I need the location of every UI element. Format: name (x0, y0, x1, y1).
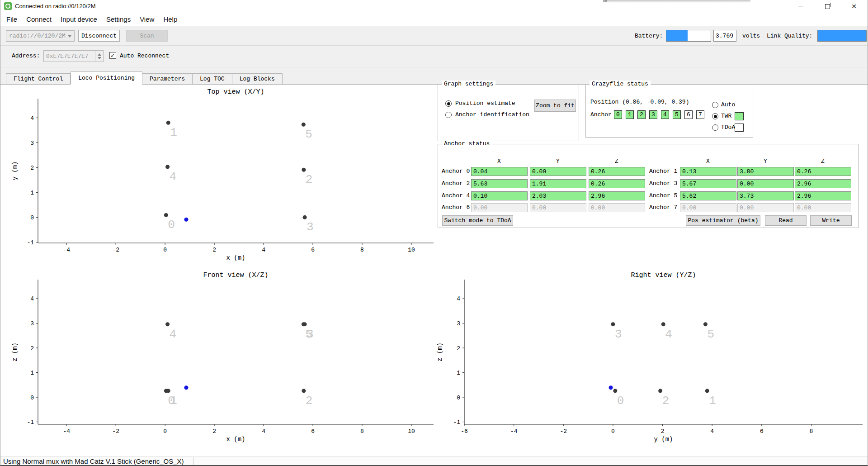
anchor-1-z-field[interactable]: 0.26 (795, 167, 851, 176)
anchor-2-y-field[interactable]: 1.91 (530, 179, 586, 188)
svg-text:-1: -1 (27, 239, 34, 246)
tab-flight-control[interactable]: Flight Control (6, 73, 71, 85)
svg-text:1: 1 (170, 126, 177, 139)
anchor-0-x-field[interactable]: 0.04 (471, 167, 528, 176)
anchor-3-x-field[interactable]: 5.67 (680, 179, 736, 188)
minimize-button[interactable] (790, 0, 811, 12)
svg-text:1: 1 (170, 394, 177, 408)
svg-text:y (m): y (m) (11, 161, 19, 180)
menu-item-connect[interactable]: Connect (22, 12, 56, 26)
svg-text:4: 4 (170, 328, 177, 341)
svg-text:0: 0 (30, 395, 34, 401)
menu-item-file[interactable]: File (2, 12, 22, 26)
svg-text:5: 5 (707, 328, 714, 341)
anchor-3-z-field[interactable]: 2.96 (795, 179, 851, 188)
address-input[interactable]: 0xE7E7E7E7E7 (43, 50, 104, 62)
auto-reconnect-checkbox[interactable]: ✓ (109, 52, 116, 59)
svg-text:x (m): x (m) (226, 254, 245, 262)
menu-item-help[interactable]: Help (159, 12, 182, 26)
anchor-5-z-field[interactable]: 2.96 (795, 191, 851, 200)
anchor-0-y-field[interactable]: 0.09 (530, 167, 586, 176)
pos-estimator-button[interactable]: Pos estimator (beta) (686, 215, 760, 226)
anchor-3-y-field[interactable]: 0.00 (737, 179, 794, 188)
svg-text:10: 10 (408, 428, 415, 435)
restore-button[interactable] (817, 0, 838, 12)
radio-mode-twr[interactable] (712, 113, 718, 119)
svg-text:4: 4 (262, 428, 265, 435)
anchor-4-y-field[interactable]: 2.03 (530, 191, 586, 200)
anchor-4-x-field[interactable]: 0.10 (471, 191, 528, 200)
address-label: Address: (12, 52, 40, 59)
disconnect-button[interactable]: Disconnect (78, 30, 120, 42)
radio-mode-auto[interactable] (712, 102, 718, 108)
svg-text:0: 0 (457, 395, 460, 401)
svg-text:-4: -4 (63, 428, 70, 435)
zoom-to-fit-button[interactable]: Zoom to fit (534, 100, 576, 112)
close-icon: ✕ (851, 3, 857, 10)
tab-log-toc[interactable]: Log TOC (193, 73, 232, 85)
menu-item-settings[interactable]: Settings (102, 12, 135, 26)
read-button[interactable]: Read (765, 215, 807, 226)
svg-text:3: 3 (30, 320, 34, 327)
write-button[interactable]: Write (810, 215, 852, 226)
window-title: Connected on radio://0/120/2M (15, 3, 96, 10)
svg-text:z (m): z (m) (11, 342, 19, 361)
auto-reconnect-label: Auto Reconnect (120, 52, 169, 59)
menu-bar: FileConnectInput deviceSettingsViewHelp (0, 12, 868, 26)
svg-text:0: 0 (163, 247, 167, 253)
connection-uri-dropdown[interactable]: radio://0/120/2M (6, 30, 75, 42)
anchor-5-y-field[interactable]: 3.73 (737, 191, 794, 200)
anchor-indicator-6: 6 (684, 110, 693, 119)
svg-text:-2: -2 (112, 428, 119, 435)
svg-text:-4: -4 (510, 428, 518, 435)
column-header-y: Y (556, 158, 560, 165)
svg-text:5: 5 (305, 128, 312, 141)
anchor-row-label-0: Anchor 0 (442, 168, 470, 175)
close-button[interactable]: ✕ (844, 0, 864, 12)
graph-settings-group: Graph settings Position estimateAnchor i… (438, 84, 579, 141)
radio-anchor-identification[interactable] (445, 112, 452, 118)
anchor-row-label-7: Anchor 7 (649, 204, 677, 211)
radio-position-estimate[interactable] (445, 100, 452, 107)
svg-text:3: 3 (615, 328, 622, 341)
svg-text:0: 0 (30, 214, 34, 221)
anchor-5-x-field[interactable]: 5.62 (680, 191, 736, 200)
svg-text:-4: -4 (63, 247, 70, 253)
address-spinner[interactable] (95, 51, 103, 62)
anchor-1-y-field[interactable]: 3.80 (737, 167, 794, 176)
anchor-indicator-3: 3 (649, 110, 657, 119)
anchor-indicator-0: 0 (614, 110, 622, 119)
svg-text:2: 2 (457, 345, 460, 352)
tab-loco-positioning[interactable]: Loco Positioning (71, 71, 142, 85)
anchor-7-x-field: 0.00 (680, 203, 736, 212)
svg-text:-6: -6 (461, 428, 468, 435)
anchor-row-label-6: Anchor 6 (442, 204, 470, 211)
tab-parameters[interactable]: Parameters (142, 73, 193, 85)
svg-text:6: 6 (311, 247, 315, 253)
anchor-2-x-field[interactable]: 5.63 (471, 179, 528, 188)
restore-icon (825, 4, 830, 9)
anchor-4-z-field[interactable]: 2.96 (589, 191, 645, 200)
svg-text:4: 4 (457, 295, 460, 302)
mode-swatch-twr (735, 112, 744, 120)
menu-item-view[interactable]: View (135, 12, 159, 26)
anchor-7-z-field: 0.00 (795, 203, 851, 212)
svg-text:6: 6 (311, 428, 315, 435)
svg-text:2: 2 (212, 428, 216, 435)
anchor-0-z-field[interactable]: 0.26 (589, 167, 645, 176)
anchor-2-z-field[interactable]: 0.26 (589, 179, 645, 188)
battery-label: Battery: (635, 33, 663, 39)
right-view-plot: -6-4-202468-101234Right view (Y/Z)y (m)z… (434, 269, 868, 454)
svg-text:2: 2 (661, 428, 665, 435)
anchor-status-group: Anchor status XYZXYZAnchor 00.040.090.26… (438, 144, 859, 228)
radio-mode-tdoa[interactable] (712, 124, 718, 131)
anchor-1-x-field[interactable]: 0.13 (680, 167, 736, 176)
tab-log-blocks[interactable]: Log Blocks (232, 73, 283, 85)
svg-text:y (m): y (m) (654, 436, 673, 443)
menu-item-input-device[interactable]: Input device (56, 12, 102, 26)
svg-text:4: 4 (170, 170, 177, 184)
switch-mode-tdoa-button[interactable]: Switch mode to TDoA (442, 215, 513, 226)
scan-button[interactable]: Scan (126, 30, 168, 42)
battery-progress-bar (666, 30, 711, 42)
svg-text:1: 1 (30, 370, 34, 376)
